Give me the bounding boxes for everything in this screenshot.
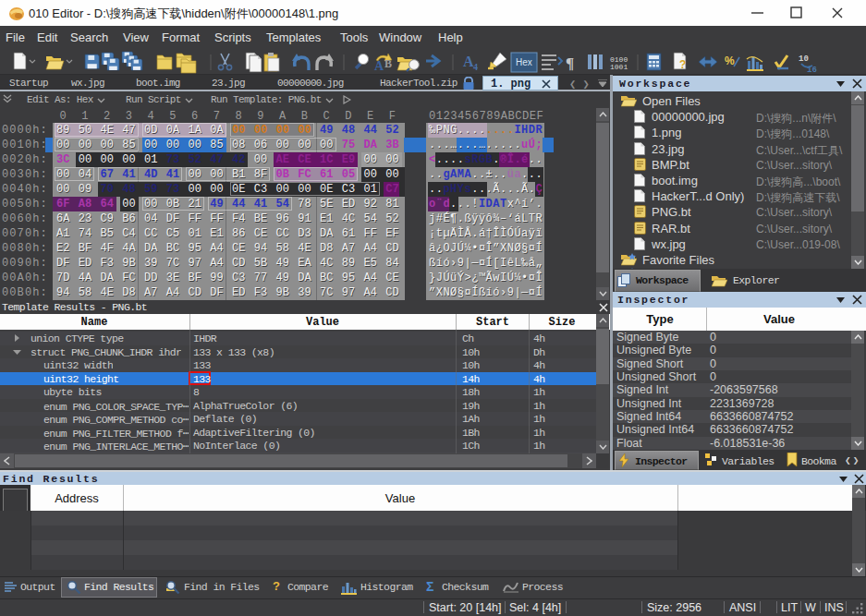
svg-text:1001: 1001 (610, 63, 628, 71)
svg-text:?: ? (679, 58, 686, 71)
svg-text:4: 4 (473, 62, 478, 72)
svg-text:B: B (384, 57, 392, 70)
svg-text:A: A (374, 59, 384, 73)
svg-text:%: % (725, 54, 735, 67)
svg-text:¶: ¶ (566, 54, 574, 72)
svg-text:10: 10 (799, 54, 809, 64)
svg-text:16: 16 (807, 66, 817, 75)
svg-text:Hex: Hex (516, 57, 532, 67)
